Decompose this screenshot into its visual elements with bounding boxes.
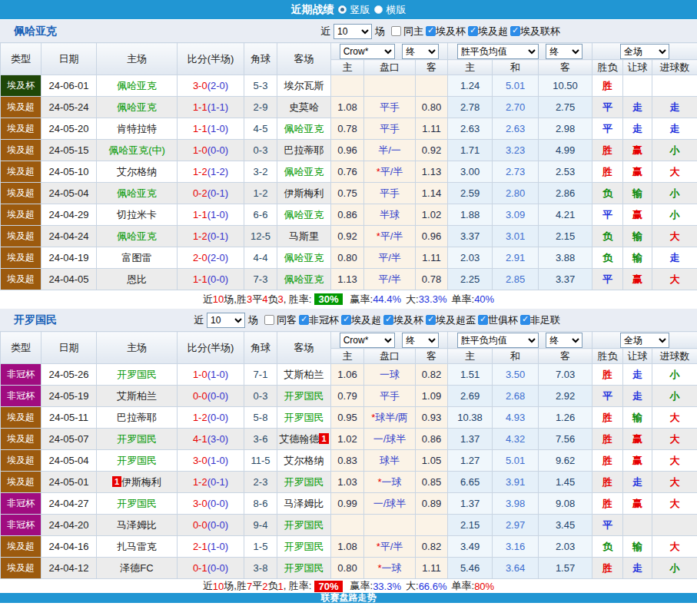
competition-checkbox[interactable]	[383, 315, 393, 325]
match-row: 埃及超24-04-24佩哈亚克1-2(0-1)12-5马斯里0.92*平/半0.…	[1, 226, 697, 247]
half-score: (0-0)	[207, 390, 228, 402]
match-team: 开罗国民	[97, 429, 178, 450]
avg-type-select[interactable]: 胜平负均值	[457, 333, 539, 348]
result-goals: 小	[652, 364, 697, 386]
odds-time-select[interactable]: 终	[402, 333, 439, 348]
odds-handicap: 平/半	[364, 247, 416, 269]
avg-time-select[interactable]: 终	[546, 44, 582, 59]
summary-text: 10	[213, 581, 224, 592]
match-corners: 0-3	[244, 140, 277, 161]
team-name-text: 佩哈亚克	[284, 123, 324, 134]
result-wdl: 平	[592, 269, 623, 290]
match-type: 埃及超	[1, 558, 41, 579]
half-score: (1-0)	[207, 123, 228, 134]
match-corners: 11-5	[244, 450, 277, 472]
summary-text: 平	[252, 579, 262, 593]
same-side-checkbox[interactable]	[391, 26, 401, 36]
match-corners: 1-5	[244, 536, 277, 558]
result-wdl: 负	[592, 226, 623, 247]
odds-home: 0.78	[331, 118, 364, 140]
competition-checkbox[interactable]	[341, 315, 351, 325]
match-date: 24-05-20	[41, 118, 97, 140]
result-handicap: 赢	[623, 450, 652, 472]
team-name-text: 埃尔瓦斯	[284, 80, 324, 91]
competition-checkbox[interactable]	[520, 315, 530, 325]
result-wdl: 负	[592, 183, 623, 204]
result-goals: 大	[652, 269, 697, 290]
handicap-text: 一球	[380, 369, 400, 380]
same-side-checkbox[interactable]	[264, 315, 274, 325]
avg-time-select[interactable]: 终	[546, 333, 582, 348]
avg-away-odds: 10.50	[539, 75, 592, 97]
competition-checkbox[interactable]	[510, 26, 520, 36]
result-handicap: 赢	[623, 493, 652, 515]
match-team: 肯特拉特	[97, 118, 178, 140]
match-team: 艾斯柏兰	[97, 386, 178, 407]
team-name-text: 开罗国民	[117, 455, 157, 466]
match-score: 1-0(0-0)	[178, 140, 244, 161]
odds-company-select[interactable]: Crow*	[340, 333, 395, 348]
odds-company-select[interactable]: Crow*	[340, 44, 395, 59]
match-date: 24-04-16	[41, 536, 97, 558]
team-name-text: 佩哈亚克	[284, 252, 324, 263]
match-row: 埃及超24-04-29切拉米卡1-1(1-0)6-6佩哈亚克0.86半球1.02…	[1, 204, 697, 226]
team-name-text: 佩哈亚克(中)	[108, 144, 165, 156]
result-goals: 小	[652, 140, 697, 161]
match-team: 佩哈亚克	[97, 97, 178, 118]
col-header-handicap-result: 让球	[623, 60, 652, 75]
team-name-text: 佩哈亚克	[284, 166, 324, 177]
match-team: 艾德翰德1	[277, 429, 331, 450]
half-score: (2-0)	[207, 80, 228, 91]
match-row: 非冠杯24-04-20马泽姆比0-0(0-0)9-4开罗国民2.152.973.…	[1, 515, 697, 536]
competition-label: 埃及超	[351, 313, 381, 327]
competition-checkbox[interactable]	[426, 26, 436, 36]
result-goals: 大	[652, 450, 697, 472]
match-count-select[interactable]: 10	[207, 313, 245, 328]
result-goals	[652, 515, 697, 536]
odds-time-select[interactable]: 终	[402, 44, 439, 59]
vertical-layout-radio[interactable]	[338, 5, 347, 14]
match-score: 1-2(0-1)	[178, 226, 244, 247]
team-name-text: 开罗国民	[117, 433, 157, 445]
competition-label: 埃及杯	[436, 25, 466, 38]
result-wdl: 平	[592, 204, 623, 226]
col-header-goals-result: 进球数	[652, 60, 697, 75]
result-scope-select[interactable]: 全场	[620, 333, 669, 348]
odds-home	[331, 75, 364, 97]
match-corners: 6-6	[244, 204, 277, 226]
red-card-badge: 1	[112, 476, 121, 487]
avg-away-odds: 2.03	[539, 536, 592, 558]
competition-checkbox[interactable]	[478, 315, 488, 325]
avg-home-odds: 5.46	[448, 558, 493, 579]
odds-away: 1.14	[416, 183, 448, 204]
avg-type-select[interactable]: 胜平负均值	[457, 44, 539, 59]
match-row: 埃及超24-05-04开罗国民3-0(1-0)11-5艾尔格纳0.83球半1.0…	[1, 450, 697, 472]
competition-filters: 非冠杯埃及超埃及杯埃及超盃世俱杯非足联	[297, 313, 560, 327]
col-header-home: 主场	[97, 43, 178, 75]
same-side-label: 同客	[277, 313, 297, 327]
col-header-handicap: 盘口	[364, 60, 416, 75]
match-row: 埃及超24-05-04佩哈亚克0-2(0-1)1-2伊斯梅利0.75平手1.14…	[1, 183, 697, 204]
count-suffix-label: 场	[375, 25, 385, 38]
competition-checkbox[interactable]	[426, 315, 436, 325]
avg-away-odds: 9.08	[539, 493, 592, 515]
match-team: 开罗国民	[277, 515, 331, 536]
result-wdl: 胜	[592, 140, 623, 161]
summary-row: 近10场,胜3平4负3, 胜率:30%赢率:44.4%大:33.3%单率:40%	[0, 290, 697, 308]
handicap-text: 平手	[380, 123, 400, 134]
odds-away: 0.89	[416, 493, 448, 515]
match-count-select[interactable]: 10	[334, 24, 372, 39]
competition-checkbox[interactable]	[299, 315, 309, 325]
competition-checkbox[interactable]	[468, 26, 478, 36]
odds-away	[416, 75, 448, 97]
horizontal-layout-radio[interactable]	[374, 5, 383, 14]
final-score: 1-2	[193, 230, 207, 242]
match-type: 埃及超	[1, 407, 41, 429]
match-type: 埃及超	[1, 97, 41, 118]
avg-draw-odds: 2.70	[493, 97, 539, 118]
col-header-wdl: 胜负	[592, 349, 623, 364]
result-goals: 大	[652, 472, 697, 493]
team-name: 开罗国民	[14, 313, 57, 327]
match-score: 0-1(0-0)	[178, 558, 244, 579]
result-scope-select[interactable]: 全场	[620, 44, 669, 59]
